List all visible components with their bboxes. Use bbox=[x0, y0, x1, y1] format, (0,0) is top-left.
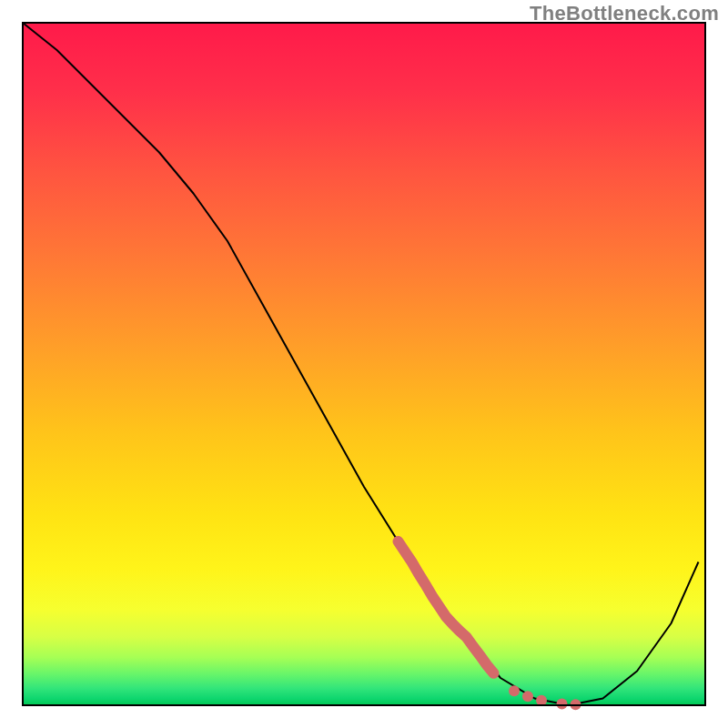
highlight-dot bbox=[557, 699, 568, 710]
highlight-dot bbox=[522, 691, 533, 702]
bottleneck-chart: TheBottleneck.com bbox=[0, 0, 728, 728]
watermark-text: TheBottleneck.com bbox=[530, 2, 719, 25]
background-gradient bbox=[23, 23, 705, 705]
highlight-dot bbox=[509, 685, 520, 696]
chart-canvas bbox=[0, 0, 728, 728]
